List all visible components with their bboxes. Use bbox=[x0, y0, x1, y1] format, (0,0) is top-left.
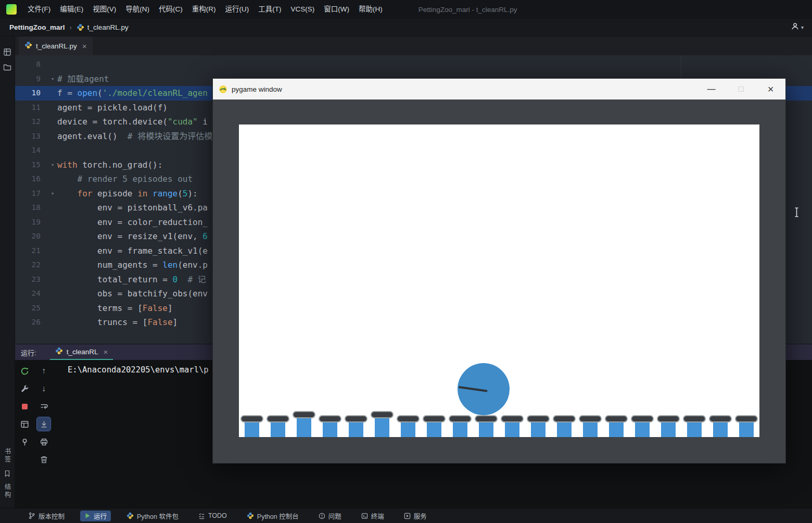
minimize-button[interactable]: — bbox=[696, 79, 726, 99]
game-canvas bbox=[239, 124, 759, 437]
menu-item[interactable]: 帮助(H) bbox=[354, 0, 387, 19]
line-number: 17 bbox=[15, 186, 48, 201]
code-text: truncs = [False] bbox=[57, 315, 177, 330]
statusbar-item-label: 终端 bbox=[371, 511, 384, 521]
close-icon[interactable]: × bbox=[82, 42, 87, 51]
project-folder-icon[interactable] bbox=[3, 63, 11, 71]
fold-spacer bbox=[48, 172, 57, 186]
statusbar-item-2[interactable]: Python 软件包 bbox=[122, 510, 183, 521]
menu-item[interactable]: 代码(C) bbox=[154, 0, 187, 19]
piston-cap bbox=[553, 415, 576, 422]
fold-spacer bbox=[48, 301, 57, 316]
code-text: env = pistonball_v6.pa bbox=[57, 201, 208, 215]
code-text: env = resize_v1(env, 6 bbox=[57, 229, 208, 244]
close-button[interactable]: × bbox=[756, 79, 785, 99]
softwrap-icon[interactable] bbox=[37, 400, 50, 413]
rerun-icon[interactable] bbox=[18, 364, 31, 378]
pin-icon[interactable] bbox=[18, 435, 31, 449]
fold-marker-icon[interactable]: ▾ bbox=[48, 158, 57, 172]
fold-spacer bbox=[48, 201, 57, 215]
statusbar-item-3[interactable]: TODO bbox=[194, 510, 231, 521]
fold-spacer bbox=[48, 86, 57, 101]
breadcrumb-file[interactable]: t_cleanRL.py bbox=[87, 23, 129, 31]
text-cursor-icon bbox=[793, 207, 800, 220]
statusbar-item-0[interactable]: 版本控制 bbox=[24, 510, 69, 521]
code-text: agent = pickle.load(f) bbox=[57, 101, 168, 115]
stop-icon[interactable] bbox=[18, 400, 31, 413]
pygame-window-controls: — □ × bbox=[696, 79, 785, 99]
stripe-item-structure[interactable]: 结构 bbox=[3, 483, 12, 499]
menu-item[interactable]: 视图(V) bbox=[88, 0, 121, 19]
line-number: 23 bbox=[15, 272, 48, 287]
code-text: f = open('./model/cleanRL_agen bbox=[57, 86, 208, 101]
statusbar-item-label: 运行 bbox=[94, 511, 107, 521]
run-tab-t-cleanrl[interactable]: t_cleanRL × bbox=[50, 344, 113, 360]
code-text: total_return = 0 # 记 bbox=[57, 272, 206, 287]
piston-cap bbox=[657, 415, 680, 422]
problems-icon bbox=[319, 513, 325, 519]
statusbar-item-label: Python 控制台 bbox=[257, 511, 299, 521]
menu-item[interactable]: 编辑(E) bbox=[55, 0, 88, 19]
stripe-item-bookmarks[interactable]: 书签 bbox=[3, 448, 12, 464]
statusbar-item-5[interactable]: 问题 bbox=[314, 510, 346, 521]
code-text: # 加载agent bbox=[57, 72, 109, 86]
menu-item[interactable]: 导航(N) bbox=[121, 0, 154, 19]
play-icon bbox=[84, 513, 91, 519]
fold-spacer bbox=[48, 287, 57, 301]
terminal-icon bbox=[361, 513, 368, 519]
piston-body bbox=[271, 421, 285, 437]
fold-spacer bbox=[48, 115, 57, 129]
code-line-8[interactable]: 8 bbox=[15, 57, 812, 72]
fold-spacer bbox=[48, 143, 57, 158]
piston-cap bbox=[449, 415, 472, 422]
piston-body bbox=[505, 421, 519, 437]
todo-icon bbox=[198, 513, 205, 519]
menu-item[interactable]: 文件(F) bbox=[23, 0, 55, 19]
menu-items: 文件(F)编辑(E)视图(V)导航(N)代码(C)重构(R)运行(U)工具(T)… bbox=[23, 0, 387, 19]
fold-marker-icon[interactable]: ▾ bbox=[48, 72, 57, 86]
menu-item[interactable]: 重构(R) bbox=[187, 0, 221, 19]
pygame-titlebar[interactable]: pygame window — □ × bbox=[213, 79, 785, 99]
piston-cap bbox=[293, 411, 315, 418]
scrollend-icon[interactable] bbox=[37, 417, 50, 431]
status-bar: 版本控制运行Python 软件包TODOPython 控制台问题终端服务 bbox=[0, 508, 812, 523]
statusbar-item-4[interactable]: Python 控制台 bbox=[243, 510, 303, 521]
menu-item[interactable]: 工具(T) bbox=[253, 0, 286, 19]
clear-icon[interactable] bbox=[37, 453, 50, 466]
statusbar-items: 版本控制运行Python 软件包TODOPython 控制台问题终端服务 bbox=[24, 510, 431, 521]
python-icon bbox=[247, 512, 254, 519]
code-text: env = color_reduction_ bbox=[57, 215, 208, 230]
piston-cap bbox=[709, 415, 732, 422]
down-icon[interactable]: ↓ bbox=[37, 382, 50, 395]
line-number: 11 bbox=[15, 101, 48, 115]
up-icon[interactable]: ↑ bbox=[37, 364, 50, 378]
maximize-button[interactable]: □ bbox=[726, 79, 756, 99]
python-icon bbox=[126, 512, 134, 519]
menu-item[interactable]: VCS(S) bbox=[286, 0, 320, 19]
pygame-window[interactable]: pygame window — □ × bbox=[212, 78, 786, 464]
fold-spacer bbox=[48, 258, 57, 272]
statusbar-item-7[interactable]: 服务 bbox=[400, 510, 431, 521]
pycharm-logo-icon[interactable] bbox=[6, 4, 17, 15]
line-number: 21 bbox=[15, 244, 48, 258]
run-toolbar-console: ↑↓ bbox=[34, 364, 53, 466]
statusbar-item-label: 版本控制 bbox=[39, 511, 65, 521]
menu-item[interactable]: 运行(U) bbox=[221, 0, 254, 19]
piston-cap bbox=[475, 415, 498, 422]
settings-icon[interactable] bbox=[18, 382, 31, 395]
menu-item[interactable]: 窗口(W) bbox=[319, 0, 354, 19]
layout-icon[interactable] bbox=[18, 417, 31, 431]
print-icon[interactable] bbox=[37, 435, 50, 449]
statusbar-item-6[interactable]: 终端 bbox=[357, 510, 388, 521]
close-icon[interactable]: × bbox=[103, 347, 108, 356]
breadcrumb-project[interactable]: PettingZoo_marl bbox=[9, 23, 65, 31]
tab-t-cleanrl[interactable]: t_cleanRL.py × bbox=[19, 36, 93, 55]
fold-marker-icon[interactable]: ▾ bbox=[48, 186, 57, 201]
piston-cap bbox=[735, 415, 758, 422]
project-grid-icon[interactable] bbox=[3, 48, 11, 56]
statusbar-item-1[interactable]: 运行 bbox=[80, 510, 111, 521]
piston-cap bbox=[267, 415, 289, 422]
bookmark-icon[interactable] bbox=[4, 470, 11, 477]
user-menu[interactable]: ▾ bbox=[791, 22, 804, 33]
python-file-icon bbox=[77, 23, 84, 31]
